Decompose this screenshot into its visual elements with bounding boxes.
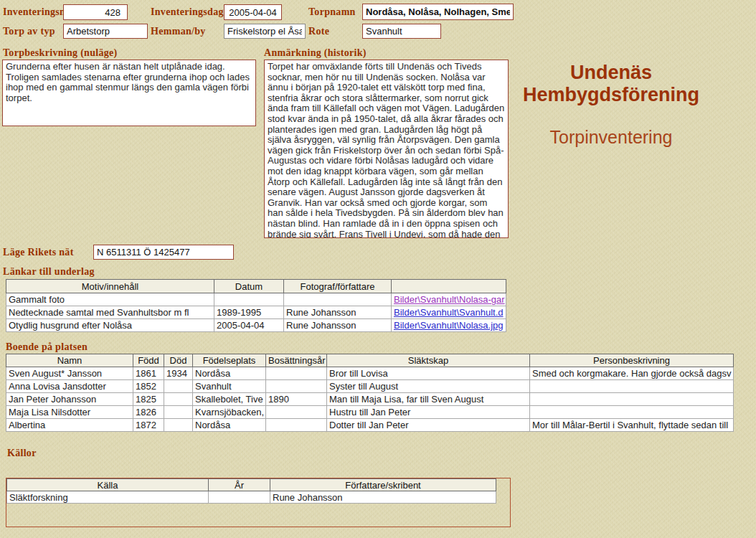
fodd-cell: 1872 — [133, 419, 164, 432]
org-title-line1: Undenäs — [500, 62, 722, 84]
ar-cell — [209, 491, 270, 504]
bilder-link[interactable]: Bilder\Svanhult\Nolasa-gar — [394, 294, 505, 305]
lankar-link-cell: Bilder\Svanhult\Svanhult.d — [392, 306, 506, 319]
lankar-header-link — [392, 280, 506, 293]
torpnamn-label: Torpnamn — [308, 6, 356, 18]
personbeskrivning-cell: Smed och korgmakare. Han gjorde också da… — [530, 367, 734, 380]
lankar-header-motiv: Motiv/innehåll — [6, 280, 214, 293]
table-row: Anna Lovisa Jansdotter 1852 Svanhult Sys… — [6, 380, 734, 393]
boende-table: Namn Född Död Födelseplats Bosättningsår… — [6, 354, 734, 432]
table-row: Albertina 1872 Nordåsa Dotter till Jan P… — [6, 419, 734, 432]
branding-block: Undenäs Hembygdsförening Torpinventering — [500, 62, 722, 148]
anmarkning-label: Anmärkning (historik) — [264, 47, 367, 59]
table-row: Jan Peter Johansson 1825 Skallebolet, Ti… — [6, 393, 734, 406]
fodelseplats-cell: Nordåsa — [193, 367, 266, 380]
boende-section-label: Boende på platsen — [6, 341, 88, 353]
lankar-link-cell: Bilder\Svanhult\Nolasa-gar — [392, 293, 506, 306]
lankar-header-row: Motiv/innehåll Datum Fotograf/författare — [6, 280, 506, 293]
personbeskrivning-cell — [530, 380, 734, 393]
fodd-cell: 1861 — [133, 367, 164, 380]
dod-cell — [164, 393, 193, 406]
namn-cell: Jan Peter Johansson — [6, 393, 133, 406]
dod-cell — [164, 419, 193, 432]
bosattningsar-cell — [266, 380, 327, 393]
boende-header-namn: Namn — [6, 354, 133, 367]
bosattningsar-cell — [266, 419, 327, 432]
torpbeskrivning-textarea[interactable]: Grunderna efter husen är nästan helt utp… — [2, 60, 256, 126]
bosattningsar-cell: 1890 — [266, 393, 327, 406]
fodd-cell: 1825 — [133, 393, 164, 406]
table-row: Otydlig husgrund efter Nolåsa 2005-04-04… — [6, 319, 506, 332]
fodelseplats-cell: Nordåsa — [193, 419, 266, 432]
hemman-by-input[interactable] — [224, 24, 306, 39]
hemman-by-label: Hemman/by — [151, 26, 206, 37]
fodelseplats-cell: Kvarnsjöbacken, — [193, 406, 266, 419]
bosattningsar-cell — [266, 406, 327, 419]
table-row: Gammalt foto Bilder\Svanhult\Nolasa-gar — [6, 293, 506, 306]
bilder-link[interactable]: Bilder\Svanhult\Svanhult.d — [394, 307, 503, 318]
fodd-cell: 1852 — [133, 380, 164, 393]
lankar-table: Motiv/innehåll Datum Fotograf/författare… — [6, 279, 506, 332]
table-row: Sven August* Jansson 1861 1934 Nordåsa B… — [6, 367, 734, 380]
lankar-fotograf-cell: Rune Johansson — [284, 306, 392, 319]
kallor-header-kalla: Källa — [7, 479, 209, 491]
slaktskap-cell: Dotter till Jan Peter — [327, 419, 530, 432]
boende-header-personbeskrivning: Personbeskrivning — [530, 354, 734, 367]
lankar-datum-cell — [214, 293, 284, 306]
rote-input[interactable] — [362, 24, 441, 39]
lankar-fotograf-cell: Rune Johansson — [284, 319, 392, 332]
personbeskrivning-cell: Mor till Målar-Bertil i Svanhult, flytta… — [530, 419, 734, 432]
anmarkning-textarea[interactable]: Torpet har omväxlande förts till Undenäs… — [264, 60, 509, 238]
lankar-datum-cell: 1989-1995 — [214, 306, 284, 319]
table-row: Maja Lisa Nilsdotter 1826 Kvarnsjöbacken… — [6, 406, 734, 419]
boende-header-bosattningsar: Bosättningsår — [266, 354, 327, 367]
kallor-section-label: Källor — [7, 448, 37, 459]
torp-av-typ-label: Torp av typ — [3, 26, 55, 37]
rote-label: Rote — [308, 26, 329, 37]
namn-cell: Sven August* Jansson — [6, 367, 133, 380]
lankar-datum-cell: 2005-04-04 — [214, 319, 284, 332]
table-row: Släktforskning Rune Johansson — [7, 491, 496, 504]
lage-rikets-nat-input[interactable] — [93, 245, 234, 260]
inventeringsnr-input[interactable] — [63, 4, 128, 20]
slaktskap-cell: Syster till August — [327, 380, 530, 393]
app-subtitle: Torpinventering — [500, 127, 722, 148]
fodelseplats-cell: Svanhult — [193, 380, 266, 393]
fodd-cell: 1826 — [133, 406, 164, 419]
lankar-link-cell: Bilder\Svanhult\Nolasa.jpg — [392, 319, 506, 332]
dod-cell — [164, 380, 193, 393]
torp-av-typ-input[interactable] — [63, 24, 148, 39]
slaktskap-cell: Bror till Lovisa — [327, 367, 530, 380]
lankar-section-label: Länkar till underlag — [3, 266, 95, 278]
kallor-table: Källa År Författare/skribent Släktforskn… — [6, 478, 496, 504]
lage-rikets-nat-label: Läge Rikets nät — [3, 247, 74, 258]
lankar-header-fotograf: Fotograf/författare — [284, 280, 392, 293]
boende-header-slaktskap: Släktskap — [327, 354, 530, 367]
bilder-link[interactable]: Bilder\Svanhult\Nolasa.jpg — [394, 320, 503, 331]
kallor-header-ar: År — [209, 479, 270, 491]
lankar-fotograf-cell — [284, 293, 392, 306]
namn-cell: Maja Lisa Nilsdotter — [6, 406, 133, 419]
inventeringsdag-input[interactable] — [224, 4, 282, 20]
personbeskrivning-cell — [530, 393, 734, 406]
boende-header-row: Namn Född Död Födelseplats Bosättningsår… — [6, 354, 734, 367]
fodelseplats-cell: Skallebolet, Tive — [193, 393, 266, 406]
lankar-motiv-cell: Gammalt foto — [6, 293, 214, 306]
lankar-motiv-cell: Otydlig husgrund efter Nolåsa — [6, 319, 214, 332]
namn-cell: Anna Lovisa Jansdotter — [6, 380, 133, 393]
torpinventering-form: { "page": { "background_color": "#ded8b2… — [0, 0, 756, 538]
slaktskap-cell: Hustru till Jan Peter — [327, 406, 530, 419]
dod-cell: 1934 — [164, 367, 193, 380]
kallor-header-forfattare: Författare/skribent — [270, 479, 496, 491]
torpnamn-input[interactable] — [362, 4, 514, 20]
dod-cell — [164, 406, 193, 419]
bosattningsar-cell — [266, 367, 327, 380]
lankar-motiv-cell: Nedtecknade samtal med Svanhultsbor m fl — [6, 306, 214, 319]
lankar-header-datum: Datum — [214, 280, 284, 293]
boende-header-fodelseplats: Födelseplats — [193, 354, 266, 367]
slaktskap-cell: Man till Maja Lisa, far till Sven August — [327, 393, 530, 406]
org-title-line2: Hembygdsförening — [500, 84, 722, 106]
boende-header-fodd: Född — [133, 354, 164, 367]
inventeringsnr-label: Inventeringsnr — [3, 6, 70, 18]
personbeskrivning-cell — [530, 406, 734, 419]
